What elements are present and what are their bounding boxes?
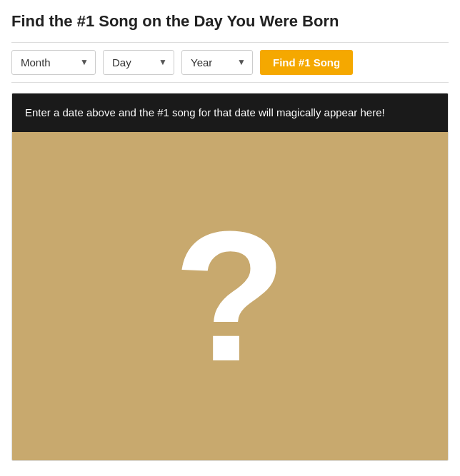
day-dropdown-wrapper: Day1234567891011121314151617181920212223… bbox=[103, 50, 174, 75]
day-select[interactable]: Day1234567891011121314151617181920212223… bbox=[103, 50, 174, 75]
result-header: Enter a date above and the #1 song for t… bbox=[12, 93, 448, 133]
year-dropdown-wrapper: Year202620252024202320222021202020192018… bbox=[181, 50, 253, 75]
controls-row: MonthJanuaryFebruaryMarchAprilMayJuneJul… bbox=[11, 42, 449, 83]
result-body: ? bbox=[12, 132, 448, 460]
result-placeholder-text: Enter a date above and the #1 song for t… bbox=[25, 106, 385, 118]
month-select[interactable]: MonthJanuaryFebruaryMarchAprilMayJuneJul… bbox=[11, 50, 96, 75]
question-mark-icon: ? bbox=[174, 203, 287, 389]
page-title: Find the #1 Song on the Day You Were Bor… bbox=[11, 11, 449, 32]
page-wrapper: Find the #1 Song on the Day You Were Bor… bbox=[0, 0, 460, 476]
month-dropdown-wrapper: MonthJanuaryFebruaryMarchAprilMayJuneJul… bbox=[11, 50, 96, 75]
result-container: Enter a date above and the #1 song for t… bbox=[11, 93, 449, 462]
find-song-button[interactable]: Find #1 Song bbox=[260, 50, 353, 75]
year-select[interactable]: Year202620252024202320222021202020192018… bbox=[181, 50, 253, 75]
